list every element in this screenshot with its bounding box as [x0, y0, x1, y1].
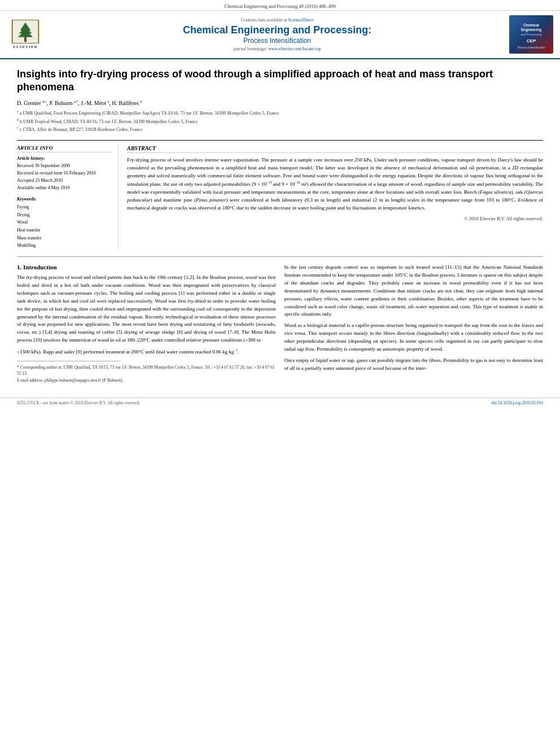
article-info-label: ARTICLE INFO	[17, 145, 112, 152]
article-title: Insights into fry-drying process of wood…	[17, 68, 543, 94]
body-right-col: In the last century degrade control was …	[285, 264, 544, 383]
history-label: Article history:	[17, 155, 112, 163]
available-date: Available online 4 May 2010	[17, 185, 112, 192]
keywords-label: Keywords:	[17, 196, 112, 203]
footer-issn: 0255-2701/$ – see front matter © 2010 El…	[17, 400, 140, 405]
body-left-col: 1. Introduction The fry-drying process o…	[17, 264, 276, 383]
article-history: Article history: Received 30 September 2…	[17, 155, 112, 191]
journal-homepage-link[interactable]: www.elsevier.com/locate/cep	[268, 46, 321, 51]
keyword-modelling: Modelling	[17, 242, 112, 250]
article-info-col: ARTICLE INFO Article history: Received 3…	[17, 145, 119, 249]
svg-text:and Processing: and Processing	[520, 33, 541, 36]
abstract-col: ABSTRACT Fry-drying process of wood invo…	[127, 145, 543, 249]
intro-left-text2: +1500 kPa). Rapp and sailer [9] performe…	[17, 348, 276, 356]
footer-bar: 0255-2701/$ – see front matter © 2010 El…	[0, 397, 560, 408]
cep-journal-icon: Chemical Engineering and Processing CEP …	[511, 15, 551, 54]
keyword-heat: Heat transfer	[17, 226, 112, 234]
body-section: 1. Introduction The fry-drying process o…	[17, 264, 543, 383]
intro-heading: 1. Introduction	[17, 264, 276, 270]
sciencedirect-line: Contents lists available at ScienceDirec…	[50, 18, 505, 23]
footnote-divider	[17, 361, 120, 361]
abstract-label: ABSTRACT	[127, 145, 543, 153]
sciencedirect-link[interactable]: ScienceDirect	[288, 18, 314, 23]
journal-logo-box: Chemical Engineering and Processing CEP …	[509, 15, 553, 54]
svg-text:Engineering: Engineering	[521, 28, 541, 32]
footnote-corresponding: * Corresponding author at: UMR QualiSud,…	[17, 364, 276, 377]
affil-c: c c CTBA, Allée de Boutaut, BP 227, 3302…	[17, 125, 543, 133]
intro-right-text2: Wood as a biological material is a capil…	[285, 322, 544, 353]
affiliations: a a UMR QualiSud, Food Process Engineeri…	[17, 109, 543, 133]
elsevier-text: ELSEVIER	[13, 45, 37, 49]
info-abstract-section: ARTICLE INFO Article history: Received 3…	[17, 140, 543, 249]
header-banner: ELSEVIER Contents lists available at Sci…	[0, 11, 560, 59]
intro-right-text3: Once empty of liquid water or sap, gases…	[285, 357, 544, 373]
affil-a: a a UMR QualiSud, Food Process Engineeri…	[17, 109, 543, 117]
copyright-line: © 2010 Elsevier B.V. All rights reserved…	[127, 216, 543, 221]
authors-line: D. Grenier b,c, P. Bohuon a,*, J.-M. Méo…	[17, 100, 543, 106]
intro-left-text1: The fry-drying process of wood and relat…	[17, 274, 276, 344]
keyword-mass: Mass transfer	[17, 234, 112, 242]
footnote-email: E-mail address: philippe.bohuon@supagro.…	[17, 377, 276, 383]
elsevier-tree-icon	[11, 20, 40, 43]
keyword-wood: Wood	[17, 219, 112, 226]
journal-top-line: Chemical Engineering and Processing 49 (…	[0, 0, 560, 11]
accepted-date: Accepted 25 March 2010	[17, 177, 112, 185]
page-wrapper: Chemical Engineering and Processing 49 (…	[0, 0, 560, 747]
section-divider	[17, 256, 543, 257]
header-center: Contents lists available at ScienceDirec…	[50, 18, 505, 51]
svg-text:CEP: CEP	[527, 38, 536, 43]
intro-right-text1: In the last century degrade control was …	[285, 264, 544, 319]
received-date: Received 30 September 2009	[17, 163, 112, 170]
affil-b: b b UMR Tropical Wood, CIRAD, TA 40/16, …	[17, 117, 543, 125]
abstract-text: Fry-drying process of wood involves inte…	[127, 156, 543, 212]
journal-citation: Chemical Engineering and Processing 49 (…	[225, 3, 336, 9]
article-content: Insights into fry-drying process of wood…	[0, 59, 560, 392]
svg-text:Process Intensification: Process Intensification	[517, 46, 545, 49]
header-logo-right: Chemical Engineering and Processing CEP …	[509, 15, 554, 54]
footer-doi: doi:10.1016/j.cep.2010.03.016	[491, 400, 543, 405]
received-revised-date: Received in revised form 16 February 201…	[17, 170, 112, 177]
elsevier-logo: ELSEVIER	[6, 20, 45, 49]
keyword-frying: Frying	[17, 203, 112, 211]
journal-title: Chemical Engineering and Processing:	[50, 24, 505, 37]
keyword-drying: Drying	[17, 211, 112, 219]
journal-subtitle: Process Intensification	[50, 37, 505, 45]
svg-text:Chemical: Chemical	[523, 23, 539, 27]
keywords-section: Keywords: Frying Drying Wood Heat transf…	[17, 196, 112, 249]
journal-homepage: journal homepage: www.elsevier.com/locat…	[50, 46, 505, 51]
